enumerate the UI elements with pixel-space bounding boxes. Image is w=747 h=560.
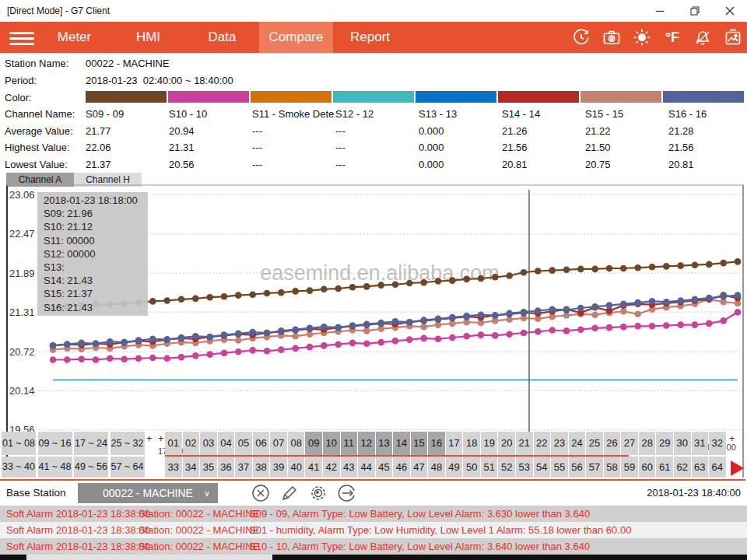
channel-button-25[interactable]: 25	[586, 432, 603, 455]
channel-button-45[interactable]: 45	[376, 457, 393, 478]
channel-button-53[interactable]: 53	[516, 457, 533, 478]
channel-button-11[interactable]: 11	[341, 432, 358, 455]
channel-button-24[interactable]: 24	[569, 432, 586, 455]
brightness-icon[interactable]	[633, 28, 651, 47]
channel-button-08[interactable]: 08	[288, 432, 305, 455]
channel-button-63[interactable]: 63	[692, 457, 709, 478]
plus-label[interactable]: +	[146, 432, 153, 444]
channel-button-27[interactable]: 27	[621, 432, 638, 455]
channel-button-50[interactable]: 50	[463, 457, 480, 478]
channel-button-28[interactable]: 28	[639, 432, 656, 455]
base-station-dropdown[interactable]: 00022 - MACHINE ∨	[78, 483, 218, 503]
channel-button-09[interactable]: 09	[305, 432, 322, 455]
alarm-row[interactable]: Soft Alarm2018-01-23 18:38:00Station: 00…	[0, 506, 747, 522]
channel-button-51[interactable]: 51	[481, 457, 498, 478]
channel-button-30[interactable]: 30	[674, 432, 691, 455]
bell-off-icon[interactable]	[693, 28, 712, 47]
close-button[interactable]	[712, 0, 747, 22]
go-export-icon[interactable]	[337, 483, 357, 503]
channel-button-06[interactable]: 06	[253, 432, 270, 455]
camera-icon[interactable]	[602, 28, 621, 47]
alarm-row[interactable]: Soft Alarm2018-01-23 18:38:00Station: 00…	[0, 522, 747, 538]
channel-button-37[interactable]: 37	[235, 457, 252, 478]
channel-button-47[interactable]: 47	[411, 457, 428, 478]
channel-button-01[interactable]: 01	[165, 432, 182, 455]
clear-button[interactable]	[251, 483, 271, 503]
channel-button-44[interactable]: 44	[358, 457, 375, 478]
channel-button-59[interactable]: 59	[621, 457, 638, 478]
channel-button-36[interactable]: 36	[218, 457, 235, 478]
channel-button-29[interactable]: 29	[656, 432, 673, 455]
channel-range-button[interactable]: 25 ~ 32	[110, 432, 145, 455]
channel-button-18[interactable]: 18	[463, 432, 480, 455]
tooltip-line: S15: 21.37	[44, 287, 148, 300]
channel-button-43[interactable]: 43	[341, 457, 358, 478]
channel-button-48[interactable]: 48	[428, 457, 445, 478]
channel-button-16[interactable]: 16	[428, 432, 445, 455]
plus-label[interactable]: +	[729, 432, 735, 444]
nav-item-meter[interactable]: Meter	[37, 22, 111, 53]
channel-button-40[interactable]: 40	[288, 457, 305, 478]
channel-button-21[interactable]: 21	[516, 432, 533, 455]
channel-range-button[interactable]: 17 ~ 24	[74, 432, 108, 455]
channel-button-49[interactable]: 49	[446, 457, 463, 478]
channel-button-12[interactable]: 12	[358, 432, 375, 455]
channel-button-46[interactable]: 46	[393, 457, 410, 478]
channel-button-07[interactable]: 07	[270, 432, 287, 455]
channel-button-13[interactable]: 13	[376, 432, 393, 455]
alarm-row[interactable]: Soft Alarm2018-01-23 18:38:00Station: 00…	[0, 538, 747, 555]
channel-button-52[interactable]: 52	[498, 457, 515, 478]
channel-button-14[interactable]: 14	[393, 432, 410, 455]
channel-button-15[interactable]: 15	[411, 432, 428, 455]
channel-button-57[interactable]: 57	[586, 457, 603, 478]
channel-button-64[interactable]: 64	[709, 457, 726, 478]
channel-button-04[interactable]: 04	[218, 432, 235, 455]
channel-button-32[interactable]: 32	[709, 432, 726, 455]
channel-button-19[interactable]: 19	[481, 432, 498, 455]
channel-button-10[interactable]: 10	[323, 432, 340, 455]
channel-button-41[interactable]: 41	[305, 457, 322, 478]
screenshot-icon[interactable]	[724, 28, 742, 47]
channel-button-17[interactable]: 17	[446, 432, 463, 455]
edit-icon[interactable]	[279, 483, 300, 503]
nav-item-hmi[interactable]: HMI	[111, 22, 185, 53]
channel-range-button[interactable]: 41 ~ 48	[38, 457, 72, 478]
channel-button-56[interactable]: 56	[569, 457, 586, 478]
channel-button-38[interactable]: 38	[253, 457, 270, 478]
channel-button-33[interactable]: 33	[165, 457, 182, 478]
channel-button-60[interactable]: 60	[639, 457, 656, 478]
plus-label[interactable]: +	[158, 432, 164, 444]
channel-button-26[interactable]: 26	[604, 432, 621, 455]
channel-button-62[interactable]: 62	[674, 457, 691, 478]
nav-item-report[interactable]: Report	[333, 22, 407, 53]
channel-range-button[interactable]: 33 ~ 40	[2, 457, 36, 478]
channel-range-button[interactable]: 49 ~ 56	[74, 457, 108, 478]
channel-button-02[interactable]: 02	[183, 432, 200, 455]
channel-button-58[interactable]: 58	[604, 457, 621, 478]
channel-button-22[interactable]: 22	[534, 432, 551, 455]
settings-gear-icon[interactable]	[308, 483, 328, 503]
nav-item-data[interactable]: Data	[185, 22, 259, 53]
fahrenheit-icon[interactable]: °F	[663, 28, 682, 47]
restore-button[interactable]	[677, 0, 712, 22]
channel-button-61[interactable]: 61	[656, 457, 673, 478]
channel-button-39[interactable]: 39	[270, 457, 287, 478]
channel-range-button[interactable]: 09 ~ 16	[38, 432, 72, 455]
channel-range-button[interactable]: 01 ~ 08	[2, 432, 36, 455]
channel-range-button[interactable]: 57 ~ 64	[110, 457, 145, 478]
channel-button-31[interactable]: 31	[692, 432, 709, 455]
channel-button-42[interactable]: 42	[323, 457, 340, 478]
minimize-button[interactable]	[642, 0, 677, 22]
nav-item-compare[interactable]: Compare	[259, 22, 333, 53]
channel-button-35[interactable]: 35	[200, 457, 217, 478]
channel-button-54[interactable]: 54	[534, 457, 551, 478]
menu-icon[interactable]	[9, 29, 34, 46]
channel-button-05[interactable]: 05	[235, 432, 252, 455]
channel-button-20[interactable]: 20	[498, 432, 515, 455]
channel-button-03[interactable]: 03	[200, 432, 217, 455]
sync-icon[interactable]	[572, 28, 591, 47]
scroll-right-arrow-icon[interactable]	[731, 460, 744, 476]
channel-button-23[interactable]: 23	[551, 432, 568, 455]
channel-button-55[interactable]: 55	[551, 457, 568, 478]
channel-button-34[interactable]: 34	[183, 457, 200, 478]
